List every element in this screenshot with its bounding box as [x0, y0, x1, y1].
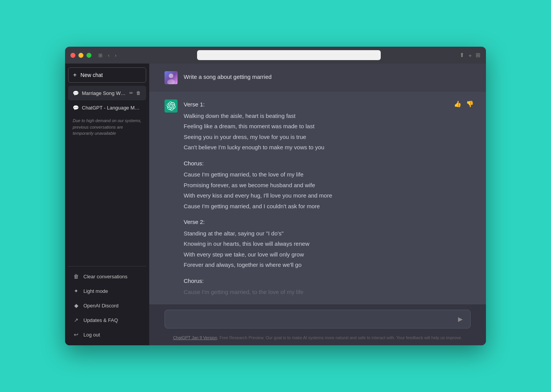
openai-avatar: [165, 100, 178, 113]
share-icon[interactable]: ⬆: [460, 52, 465, 59]
traffic-lights: [70, 53, 91, 58]
verse2-line-1: Standing at the altar, saying our "I do'…: [184, 229, 471, 238]
sidebar: + New chat 💬 Marriage Song Writing ✏ 🗑 💬…: [65, 64, 149, 345]
url-bar[interactable]: [197, 50, 381, 60]
verse2-line-2: Knowing in our hearts, this love will al…: [184, 239, 471, 249]
chorus1-line-1: Cause I'm getting married, to the love o…: [184, 170, 471, 180]
verse1-line-3: Seeing you in your dress, my love for yo…: [184, 132, 471, 142]
user-message: Write a song about getting married: [149, 64, 486, 92]
logout-icon: ↩: [73, 332, 80, 338]
notice-text: Due to high demand on our systems, previ…: [68, 115, 146, 140]
delete-icon[interactable]: 🗑: [135, 90, 142, 96]
chatgpt-version-link[interactable]: ChatGPT Jan 9 Version: [173, 335, 217, 340]
sun-icon: ✦: [73, 288, 80, 294]
verse1-line-1: Walking down the aisle, heart is beating…: [184, 111, 471, 121]
chat-input-area: ▶: [149, 304, 486, 332]
chorus2-title: Chorus:: [184, 276, 471, 286]
sidebar-toggle-icon[interactable]: ⊞: [97, 52, 104, 59]
sidebar-item-chatgpt-lm[interactable]: 💬 ChatGPT - Language Model: [68, 101, 146, 114]
updates-faq-button[interactable]: ↗ Updates & FAQ: [68, 313, 146, 327]
logout-label: Log out: [83, 332, 100, 338]
verse2-line-4: Forever and always, together is where we…: [184, 260, 471, 270]
chorus1-line-3: With every kiss and every hug, I'll love…: [184, 191, 471, 201]
titlebar: ⊞ ‹ › ⬆ + ⊞: [65, 47, 486, 64]
chat-footer: ChatGPT Jan 9 Version. Free Research Pre…: [149, 332, 486, 345]
chat-item-actions: ✏ 🗑: [129, 90, 142, 96]
main-content: + New chat 💬 Marriage Song Writing ✏ 🗑 💬…: [65, 64, 486, 345]
minimize-button[interactable]: [78, 53, 83, 58]
chat-bubble-icon-2: 💬: [73, 105, 79, 111]
discord-button[interactable]: ◆ OpenAI Discord: [68, 299, 146, 312]
light-mode-label: Light mode: [83, 288, 108, 294]
edit-icon[interactable]: ✏: [129, 90, 134, 96]
updates-label: Updates & FAQ: [83, 317, 118, 323]
chat-item-label: Marriage Song Writing: [82, 90, 126, 96]
chat-messages: Write a song about getting married Verse…: [149, 64, 486, 304]
chorus1-line-2: Promising forever, as we become husband …: [184, 180, 471, 190]
chat-item-label-2: ChatGPT - Language Model: [82, 105, 142, 111]
titlebar-center: [118, 50, 460, 60]
chorus1-line-4: Cause I'm getting married, and I couldn'…: [184, 201, 471, 211]
new-chat-label: New chat: [80, 72, 103, 78]
discord-icon: ◆: [73, 302, 80, 309]
sidebar-item-marriage-song[interactable]: 💬 Marriage Song Writing ✏ 🗑: [68, 86, 146, 100]
nav-buttons: ⊞ ‹ ›: [97, 52, 118, 59]
external-link-icon: ↗: [73, 317, 80, 323]
ai-message: Verse 1: Walking down the aisle, heart i…: [149, 92, 486, 304]
verse2-title: Verse 2:: [184, 217, 471, 227]
clear-conversations-label: Clear conversations: [83, 274, 127, 279]
chat-bubble-icon: 💬: [73, 90, 79, 96]
verse2-line-3: With every step we take, our love will o…: [184, 250, 471, 260]
logout-button[interactable]: ↩ Log out: [68, 328, 146, 341]
forward-icon[interactable]: ›: [113, 52, 118, 59]
verse1-line-4: Can't believe I'm lucky enough to make m…: [184, 142, 471, 152]
maximize-button[interactable]: [86, 53, 91, 58]
svg-point-1: [169, 74, 173, 78]
light-mode-button[interactable]: ✦ Light mode: [68, 284, 146, 298]
chorus1-title: Chorus:: [184, 158, 471, 168]
chat-area: Write a song about getting married Verse…: [149, 64, 486, 345]
user-avatar-image: [165, 71, 178, 84]
footer-text: . Free Research Preview. Our goal is to …: [217, 335, 462, 340]
chat-input[interactable]: [170, 316, 456, 322]
thumbs-up-button[interactable]: 👍: [453, 100, 462, 108]
titlebar-right-icons: ⬆ + ⊞: [460, 52, 481, 59]
thumbs-down-button[interactable]: 👎: [465, 100, 474, 108]
app-window: ⊞ ‹ › ⬆ + ⊞ + New chat 💬: [65, 47, 486, 345]
verse1-title: Verse 1:: [184, 100, 471, 109]
send-button[interactable]: ▶: [456, 314, 465, 324]
sidebar-top: + New chat 💬 Marriage Song Writing ✏ 🗑 💬…: [65, 64, 149, 266]
chat-input-wrapper: ▶: [165, 310, 471, 328]
plus-icon: +: [73, 72, 77, 78]
new-chat-button[interactable]: + New chat: [68, 67, 146, 83]
clear-conversations-button[interactable]: 🗑 Clear conversations: [68, 270, 146, 283]
chorus2-line-1: Cause I'm getting married, to the love o…: [184, 287, 471, 297]
grid-icon[interactable]: ⊞: [476, 52, 481, 59]
verse1-line-2: Feeling like a dream, this moment was ma…: [184, 121, 471, 131]
trash-icon: 🗑: [73, 273, 80, 279]
discord-label: OpenAI Discord: [83, 303, 119, 309]
user-avatar: [165, 71, 178, 84]
ai-message-content: Verse 1: Walking down the aisle, heart i…: [184, 100, 471, 298]
add-tab-icon[interactable]: +: [468, 52, 472, 59]
back-icon[interactable]: ‹: [106, 52, 111, 59]
ai-message-actions: 👍 👎: [453, 100, 474, 108]
sidebar-bottom: 🗑 Clear conversations ✦ Light mode ◆ Ope…: [65, 266, 149, 345]
user-message-text: Write a song about getting married: [184, 71, 272, 80]
close-button[interactable]: [70, 53, 75, 58]
